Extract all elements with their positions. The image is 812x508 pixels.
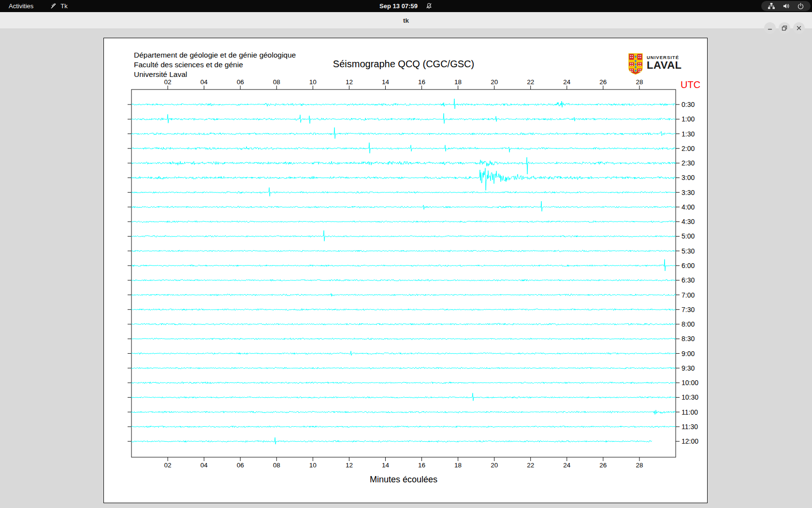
row-time-label: 7:00 <box>682 291 695 299</box>
x-tick-label-bottom: 28 <box>636 462 643 469</box>
trace-row-1:30 <box>131 128 676 139</box>
volume-icon <box>783 2 790 10</box>
row-time-label: 6:00 <box>682 262 695 269</box>
close-icon <box>796 25 802 31</box>
row-time-label: 2:00 <box>682 145 695 152</box>
system-tray[interactable] <box>761 1 811 11</box>
row-time-label: 1:30 <box>682 130 695 138</box>
window-titlebar: tk <box>0 12 812 29</box>
trace-row-6:30 <box>131 279 676 281</box>
row-time-label: 10:30 <box>682 393 698 401</box>
trace-row-10:00 <box>131 382 676 384</box>
seismogram-plot: 0202040406060808101012121414161618182020… <box>104 38 708 504</box>
activities-button[interactable]: Activities <box>0 0 42 12</box>
trace-row-7:30 <box>131 309 676 311</box>
row-time-label: 5:30 <box>682 247 695 255</box>
x-tick-label-bottom: 02 <box>164 462 172 469</box>
minimize-icon <box>767 25 773 31</box>
tk-appmenu[interactable]: Tk <box>50 2 67 10</box>
x-tick-label-top: 04 <box>201 78 208 86</box>
trace-row-0:30 <box>131 99 676 109</box>
x-tick-label-top: 14 <box>382 78 390 86</box>
x-tick-label-top: 08 <box>273 78 280 86</box>
x-tick-label-bottom: 08 <box>273 462 280 469</box>
seismograph-canvas: Département de géologie et de génie géol… <box>103 38 708 503</box>
x-tick-label-top: 12 <box>346 78 353 86</box>
tk-icon <box>50 2 57 10</box>
trace-row-1:00 <box>131 113 676 123</box>
trace-row-12:00 <box>131 437 652 444</box>
clock-button[interactable]: Sep 13 07:59 <box>379 2 418 10</box>
row-time-label: 7:30 <box>682 306 695 314</box>
x-tick-label-top: 16 <box>418 78 425 86</box>
row-time-label: 3:00 <box>682 174 695 181</box>
plot-border <box>131 90 676 457</box>
row-time-label: 6:30 <box>682 276 695 284</box>
x-tick-label-top: 26 <box>599 78 607 86</box>
row-time-label: 3:30 <box>682 189 695 196</box>
row-time-label: 11:00 <box>682 408 698 416</box>
trace-row-11:00 <box>131 410 676 415</box>
x-tick-label-top: 10 <box>309 78 317 86</box>
x-tick-label-top: 24 <box>563 78 571 86</box>
row-time-label: 1:00 <box>682 115 695 123</box>
x-tick-label-top: 02 <box>164 78 172 86</box>
x-tick-label-bottom: 14 <box>382 462 390 469</box>
x-tick-label-bottom: 04 <box>201 462 208 469</box>
x-tick-label-bottom: 10 <box>309 462 317 469</box>
x-tick-label-bottom: 22 <box>527 462 534 469</box>
row-time-label: 5:00 <box>682 232 695 240</box>
x-tick-label-bottom: 24 <box>563 462 571 469</box>
row-time-label: 4:30 <box>682 218 695 225</box>
row-time-label: 4:00 <box>682 203 695 211</box>
x-tick-label-top: 06 <box>237 78 244 86</box>
row-time-label: 8:00 <box>682 320 695 328</box>
x-tick-label-bottom: 12 <box>346 462 353 469</box>
close-button[interactable] <box>793 22 805 34</box>
x-tick-label-bottom: 06 <box>237 462 244 469</box>
x-tick-label-top: 22 <box>527 78 534 86</box>
trace-row-6:00 <box>131 259 676 271</box>
x-tick-label-top: 28 <box>636 78 643 86</box>
bell-muted-icon <box>425 2 433 10</box>
xaxis-title: Minutes écoulées <box>370 475 437 485</box>
trace-row-4:00 <box>131 201 676 211</box>
x-tick-label-bottom: 16 <box>418 462 425 469</box>
trace-row-5:00 <box>131 230 676 241</box>
trace-row-10:30 <box>131 393 676 401</box>
window-title: tk <box>403 17 409 24</box>
row-time-label: 10:00 <box>682 379 698 387</box>
trace-row-8:30 <box>131 338 676 340</box>
x-tick-label-bottom: 18 <box>454 462 462 469</box>
trace-row-3:00 <box>131 168 676 190</box>
x-tick-label-top: 18 <box>454 78 462 86</box>
trace-row-5:30 <box>131 250 676 252</box>
trace-row-9:00 <box>131 351 676 356</box>
row-time-label: 12:00 <box>682 437 698 445</box>
x-tick-label-top: 20 <box>491 78 498 86</box>
row-time-label: 2:30 <box>682 159 695 167</box>
x-tick-label-bottom: 20 <box>491 462 498 469</box>
restore-button[interactable] <box>779 22 790 34</box>
trace-row-8:00 <box>131 323 676 325</box>
row-time-label: 11:30 <box>682 423 698 431</box>
minimize-button[interactable] <box>764 22 776 34</box>
row-time-label: 9:00 <box>682 350 695 358</box>
network-icon <box>768 2 775 10</box>
trace-row-9:30 <box>131 367 676 369</box>
row-time-label: 0:30 <box>682 101 695 108</box>
gnome-top-bar: Activities Tk Sep 13 07:59 <box>0 0 812 12</box>
trace-row-3:30 <box>131 188 676 196</box>
trace-row-4:30 <box>131 221 676 223</box>
trace-row-2:00 <box>131 143 676 153</box>
trace-row-7:00 <box>131 294 676 297</box>
power-icon <box>797 2 804 10</box>
x-tick-label-bottom: 26 <box>599 462 607 469</box>
trace-row-11:30 <box>131 426 676 427</box>
row-time-label: 9:30 <box>682 364 695 372</box>
trace-row-2:30 <box>131 157 676 174</box>
row-time-label: 8:30 <box>682 335 695 343</box>
appmenu-label: Tk <box>60 2 67 10</box>
restore-icon <box>782 25 787 31</box>
